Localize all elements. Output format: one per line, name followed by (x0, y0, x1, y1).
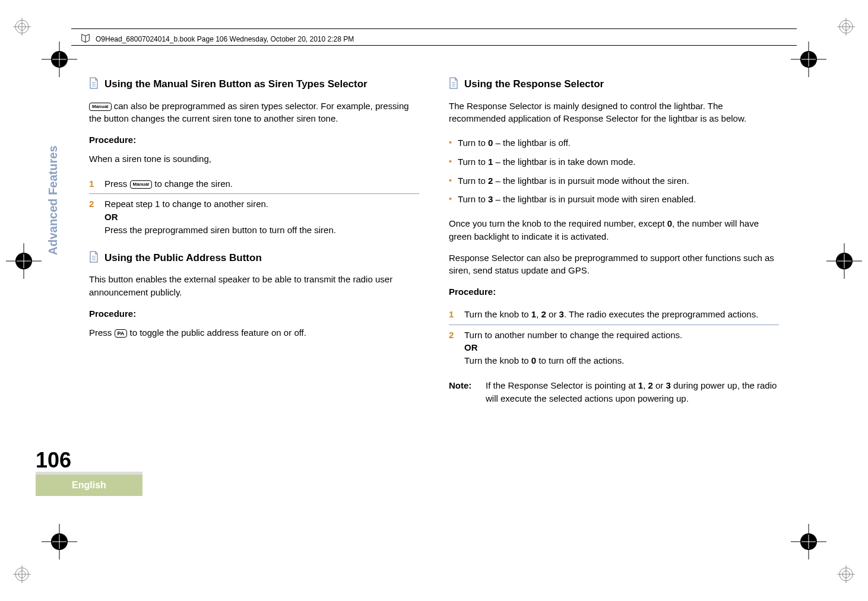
paragraph: Response Selector can also be preprogram… (449, 252, 779, 278)
step-number: 1 (89, 177, 97, 190)
bullet-item: •Turn to 0 – the lightbar is off. (449, 133, 779, 152)
step-body: Turn to another number to change the req… (464, 329, 779, 367)
step-body: Press Manual to change the siren. (104, 177, 419, 190)
page-header: O9Head_68007024014_b.book Page 106 Wedne… (80, 33, 788, 45)
note-label: Note: (449, 379, 476, 405)
bullet-icon: • (449, 193, 452, 206)
step-item: 2 Repeat step 1 to change to another sir… (89, 194, 419, 240)
bullet-item: •Turn to 1 – the lightbar is in take dow… (449, 152, 779, 171)
pa-button-icon: PA (115, 329, 128, 338)
registration-mark-icon (13, 18, 31, 36)
bullet-item: •Turn to 3 – the lightbar is in pursuit … (449, 190, 779, 209)
step-item: 1 Press Manual to change the siren. (89, 174, 419, 195)
step-item: 2 Turn to another number to change the r… (449, 325, 779, 371)
procedure-label: Procedure: (449, 285, 779, 298)
bullet-icon: • (449, 174, 452, 187)
crop-mark-icon (42, 42, 77, 77)
language-tab: English (36, 475, 142, 496)
crop-mark-icon (42, 524, 77, 559)
note: Note: If the Response Selector is pointi… (449, 379, 779, 405)
crop-mark-icon (826, 243, 862, 279)
section-title: Using the Manual Siren Button as Siren T… (89, 77, 419, 94)
bullet-icon: • (449, 136, 452, 150)
registration-mark-icon (13, 565, 31, 583)
page-number: 106 (36, 448, 71, 473)
left-column: Using the Manual Siren Button as Siren T… (89, 77, 419, 524)
manual-button-icon: Manual (130, 180, 153, 189)
paragraph: The Response Selector is mainly designed… (449, 100, 779, 126)
step-number: 2 (89, 198, 97, 236)
procedure-icon (89, 77, 99, 94)
procedure-icon (89, 251, 99, 268)
procedure-icon (449, 77, 458, 94)
section-heading: Using the Manual Siren Button as Siren T… (104, 77, 368, 92)
manual-button-icon: Manual (89, 103, 112, 111)
crop-mark-icon (791, 524, 826, 559)
paragraph: Manual can also be preprogrammed as sire… (89, 100, 419, 126)
header-rule-top (71, 28, 797, 29)
procedure-label: Procedure: (89, 307, 419, 320)
registration-mark-icon (837, 18, 855, 36)
section-heading: Using the Response Selector (464, 77, 604, 92)
section-heading: Using the Public Address Button (104, 251, 262, 266)
section-title: Using the Public Address Button (89, 251, 419, 268)
header-rule-bottom (71, 45, 797, 46)
book-icon (80, 33, 91, 45)
page-content: Using the Manual Siren Button as Siren T… (89, 77, 779, 524)
section-side-label: Advanced Features (46, 145, 60, 255)
bullet-icon: • (449, 155, 452, 168)
step-list: 1 Press Manual to change the siren. 2 Re… (89, 174, 419, 240)
note-body: If the Response Selector is pointing at … (486, 379, 779, 405)
crop-mark-icon (6, 243, 42, 279)
right-column: Using the Response Selector The Response… (449, 77, 779, 524)
procedure-label: Procedure: (89, 133, 419, 147)
paragraph: This button enables the external speaker… (89, 273, 419, 299)
paragraph: When a siren tone is sounding, (89, 152, 419, 166)
step-body: Turn the knob to 1, 2 or 3. The radio ex… (464, 308, 779, 321)
bullet-item: •Turn to 2 – the lightbar is in pursuit … (449, 171, 779, 190)
step-number: 2 (449, 329, 457, 367)
section-title: Using the Response Selector (449, 77, 779, 94)
crop-mark-icon (791, 42, 826, 77)
step-list: 1 Turn the knob to 1, 2 or 3. The radio … (449, 304, 779, 371)
paragraph: Once you turn the knob to the required n… (449, 217, 779, 243)
registration-mark-icon (837, 565, 855, 583)
step-item: 1 Turn the knob to 1, 2 or 3. The radio … (449, 304, 779, 325)
step-body: Repeat step 1 to change to another siren… (104, 198, 419, 236)
step-number: 1 (449, 308, 457, 321)
bullet-list: •Turn to 0 – the lightbar is off. •Turn … (449, 133, 779, 209)
header-text: O9Head_68007024014_b.book Page 106 Wedne… (96, 35, 354, 43)
paragraph: Press PA to toggle the public address fe… (89, 326, 419, 339)
